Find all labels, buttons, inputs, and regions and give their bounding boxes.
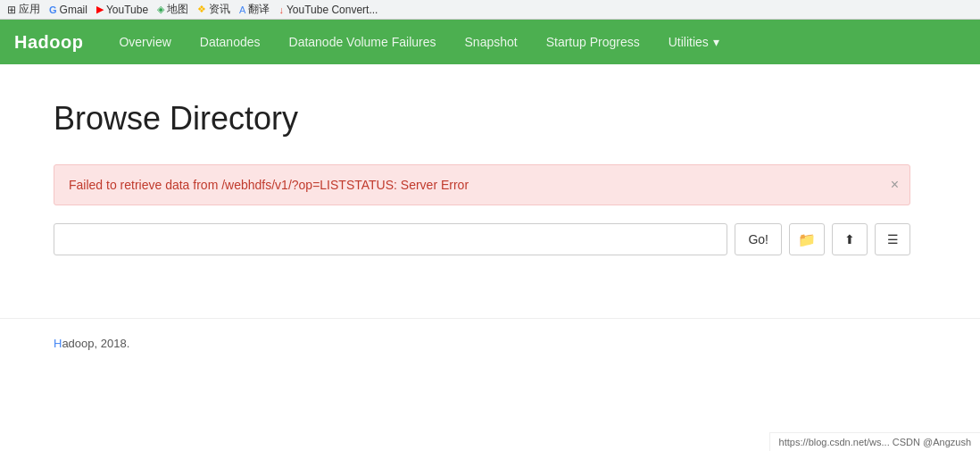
footer-rest: adoop, 2018. xyxy=(62,337,129,350)
directory-input-row: Go! 📁 ⬆ ☰ xyxy=(54,223,910,255)
dropdown-arrow-icon: ▾ xyxy=(713,35,719,49)
list-icon: ☰ xyxy=(887,232,899,246)
footer-h-letter: H xyxy=(54,337,62,350)
footer-text: Hadoop, 2018. xyxy=(54,337,129,350)
youtube-label: YouTube xyxy=(106,4,148,16)
gmail-icon: G xyxy=(49,4,57,15)
maps-shortcut[interactable]: ◈ 地图 xyxy=(157,2,188,17)
error-message: Failed to retrieve data from /webhdfs/v1… xyxy=(69,178,469,192)
navbar-brand[interactable]: Hadoop xyxy=(14,32,83,53)
gmail-shortcut[interactable]: G Gmail xyxy=(49,4,87,16)
nav-item-utilities[interactable]: Utilities ▾ xyxy=(654,20,734,64)
translate-shortcut[interactable]: A 翻译 xyxy=(239,2,270,17)
alert-close-button[interactable]: × xyxy=(891,178,899,192)
news-label: 资讯 xyxy=(209,2,230,17)
news-icon: ❖ xyxy=(197,4,206,15)
translate-icon: A xyxy=(239,4,245,15)
navbar-nav: Overview Datanodes Datanode Volume Failu… xyxy=(104,20,733,64)
upload-icon: ⬆ xyxy=(844,232,855,246)
gmail-label: Gmail xyxy=(60,4,87,16)
folder-icon: 📁 xyxy=(798,231,816,248)
footer: Hadoop, 2018. xyxy=(0,318,980,368)
ytconvert-label: YouTube Convert... xyxy=(287,4,378,16)
browser-toolbar: ⊞ 应用 G Gmail ▶ YouTube ◈ 地图 ❖ 资讯 A 翻译 ↓ … xyxy=(0,0,980,20)
youtube-icon: ▶ xyxy=(96,4,104,15)
nav-item-datanode-volume-failures[interactable]: Datanode Volume Failures xyxy=(275,20,451,64)
error-alert: Failed to retrieve data from /webhdfs/v1… xyxy=(54,164,910,205)
main-content: Browse Directory Failed to retrieve data… xyxy=(0,64,980,318)
navbar: Hadoop Overview Datanodes Datanode Volum… xyxy=(0,20,980,64)
page-title: Browse Directory xyxy=(54,100,926,138)
apps-label: 应用 xyxy=(19,2,40,17)
news-shortcut[interactable]: ❖ 资讯 xyxy=(197,2,230,17)
go-button[interactable]: Go! xyxy=(735,223,782,255)
maps-label: 地图 xyxy=(167,2,188,17)
maps-icon: ◈ xyxy=(157,4,164,15)
apps-shortcut[interactable]: ⊞ 应用 xyxy=(7,2,40,17)
apps-icon: ⊞ xyxy=(7,4,16,16)
nav-item-overview[interactable]: Overview xyxy=(104,20,185,64)
translate-label: 翻译 xyxy=(248,2,270,17)
folder-button[interactable]: 📁 xyxy=(789,223,825,255)
ytconvert-shortcut[interactable]: ↓ YouTube Convert... xyxy=(278,4,378,16)
list-view-button[interactable]: ☰ xyxy=(875,223,910,255)
nav-item-datanodes[interactable]: Datanodes xyxy=(186,20,275,64)
upload-button[interactable]: ⬆ xyxy=(832,223,868,255)
youtube-shortcut[interactable]: ▶ YouTube xyxy=(96,4,148,16)
ytconvert-icon: ↓ xyxy=(278,4,284,15)
directory-input[interactable] xyxy=(54,223,727,255)
nav-item-startup-progress[interactable]: Startup Progress xyxy=(532,20,654,64)
nav-item-snapshot[interactable]: Snapshot xyxy=(451,20,532,64)
